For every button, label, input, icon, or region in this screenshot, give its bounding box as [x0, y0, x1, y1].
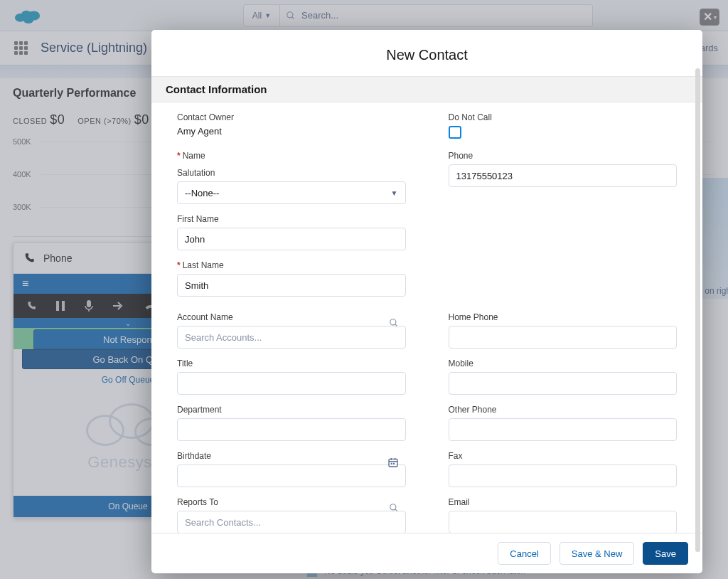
value-contact-owner: Amy Agent [177, 126, 406, 137]
label-last-name: Last Name [177, 260, 406, 270]
reports-to-lookup-input[interactable] [177, 511, 406, 533]
svg-rect-17 [393, 463, 395, 464]
save-and-new-button[interactable]: Save & New [560, 542, 635, 565]
label-reports-to: Reports To [177, 497, 406, 507]
label-other-phone: Other Phone [449, 405, 678, 415]
svg-rect-16 [390, 463, 392, 464]
save-button[interactable]: Save [643, 542, 688, 565]
svg-point-10 [390, 319, 395, 325]
salutation-value: --None-- [185, 188, 219, 198]
do-not-call-checkbox[interactable] [449, 126, 461, 139]
section-contact-information: Contact Information [151, 76, 702, 102]
new-contact-modal: New Contact Contact Information Contact … [151, 30, 702, 573]
mobile-input[interactable] [449, 372, 678, 395]
label-title: Title [177, 358, 406, 368]
first-name-input[interactable] [177, 228, 406, 250]
svg-line-19 [395, 509, 397, 511]
fax-input[interactable] [449, 464, 678, 487]
label-department: Department [177, 405, 406, 415]
label-mobile: Mobile [449, 358, 678, 368]
cancel-button[interactable]: Cancel [498, 542, 550, 565]
label-fax: Fax [449, 451, 678, 461]
modal-scrollbar[interactable] [695, 68, 700, 552]
label-do-not-call: Do Not Call [449, 112, 678, 122]
label-first-name: First Name [177, 214, 406, 224]
search-icon [389, 318, 399, 328]
modal-title: New Contact [151, 30, 702, 76]
search-icon [389, 503, 399, 513]
svg-line-11 [395, 324, 397, 326]
svg-rect-12 [389, 459, 397, 467]
home-phone-input[interactable] [449, 326, 678, 349]
modal-footer: Cancel Save & New Save [151, 533, 702, 573]
phone-input[interactable] [449, 164, 678, 187]
account-lookup-input[interactable] [177, 326, 406, 349]
chevron-down-icon: ▼ [391, 189, 398, 197]
department-input[interactable] [177, 418, 406, 441]
title-input[interactable] [177, 372, 406, 395]
other-phone-input[interactable] [449, 418, 678, 441]
label-home-phone: Home Phone [449, 312, 678, 322]
label-account-name: Account Name [177, 312, 406, 322]
label-phone: Phone [449, 151, 678, 161]
contact-form: Contact Owner Amy Agent Do Not Call Name [151, 102, 702, 533]
label-contact-owner: Contact Owner [177, 112, 406, 122]
label-salutation: Salutation [177, 168, 406, 178]
salutation-select[interactable]: --None-- ▼ [177, 181, 406, 204]
svg-point-18 [390, 504, 395, 510]
label-email: Email [449, 497, 678, 507]
birthdate-input[interactable] [177, 464, 406, 487]
email-input[interactable] [449, 511, 678, 533]
calendar-icon[interactable] [387, 457, 399, 468]
last-name-input[interactable] [177, 274, 406, 297]
label-birthdate: Birthdate [177, 451, 406, 461]
label-name: Name [177, 151, 406, 161]
